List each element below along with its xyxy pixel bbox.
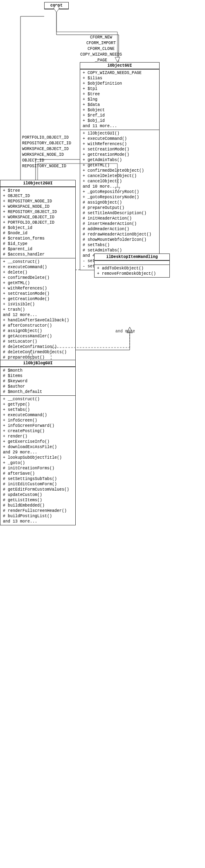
method-line: + setCreationMode()	[83, 147, 157, 152]
method-line: + lookupSubObjectTitle()	[3, 455, 73, 460]
ilDesktopItemHandling-title: ilDesktopItemHandling	[95, 254, 169, 260]
method-line: and 29 more...	[3, 450, 73, 455]
method-line: + getCreationMode()	[83, 152, 157, 157]
svg-text:and more: and more	[115, 329, 135, 334]
method-line: + confirmedDelete()	[3, 275, 73, 280]
iObjectGUI-properties: + COPY_WIZARD_NEEDS_PAGE + $ilias + $obj…	[80, 69, 159, 130]
prop-line: + $ilias	[83, 76, 157, 81]
method-line: # setSettingsSubTabs()	[3, 476, 73, 482]
prop-line: # $access_handler	[3, 252, 73, 257]
method-line: + createPosting()	[3, 428, 73, 434]
const-label-line: PORTFOLIO_OBJECT_ID	[22, 135, 71, 141]
const-label-line: CFORM_CLONE	[80, 46, 122, 52]
prop-line: # $id_type	[3, 241, 73, 247]
method-line: # showMountWebfolderIcon()	[83, 237, 157, 242]
prop-line: # $parent_id	[3, 247, 73, 252]
prop-line: + $data	[83, 102, 157, 108]
method-line: + cancelDeleteObject()	[83, 173, 157, 179]
method-line: # initEditCustomForm()	[3, 482, 73, 487]
prop-line: + $lng	[83, 97, 157, 102]
prop-line: + $obj_id	[83, 118, 157, 123]
const-labels: CFORM_NEW CFORM_IMPORT CFORM_CLONE COPY_…	[80, 35, 122, 63]
method-line: # afterSave()	[3, 471, 73, 476]
method-line: # initHeaderAction()	[83, 216, 157, 221]
method-line: + delete()	[3, 270, 73, 275]
iObjectGUI-title: iObjectGUI	[80, 63, 159, 69]
const-label-line: COPY_WIZARD_NEEDS	[80, 52, 122, 58]
method-line: + infoScreenForward()	[3, 423, 73, 428]
prop-line: + $tpl	[83, 86, 157, 92]
method-line: + executeCommand()	[3, 413, 73, 418]
const-label-line: REPOSITORY_NODE_ID	[22, 164, 71, 169]
method-line: + handleAfterSaveCallback()	[3, 318, 73, 323]
method-line: # setLocator()	[3, 339, 73, 344]
iObjectGUI-box: iObjectGUI + COPY_WIZARD_NEEDS_PAGE + $i…	[80, 62, 160, 270]
prop-line: + PORTFOLIO_OBJECT_ID	[3, 220, 73, 225]
method-line: + cancelObject()	[83, 179, 157, 184]
method-line: # getAccessHandler()	[3, 334, 73, 339]
method-line: + getCreationMode()	[3, 296, 73, 302]
method-line: # redrawHeaderActionObject()	[83, 232, 157, 237]
prop-line: # $object_id	[3, 225, 73, 231]
method-line: + getAdminTabs()	[83, 157, 157, 163]
method-line: # deleteConfirmedObjects()	[3, 350, 73, 355]
ilObjBlogGUI-properties: # $month # $items # $keyword # $author #…	[0, 367, 75, 395]
method-line: + setCreationMode()	[3, 291, 73, 296]
const-title: const	[45, 2, 68, 9]
prop-line: + WORKSPACE_NODE_ID	[3, 204, 73, 209]
method-line: + getExerciseInfo()	[3, 439, 73, 444]
method-line: # setTabs()	[83, 242, 157, 248]
method-line: and 13 more...	[3, 519, 73, 524]
ilDesktopItemHandling-spacer	[95, 260, 169, 265]
prop-line: # $keyword	[3, 379, 73, 384]
prop-line: # $node_id	[3, 231, 73, 236]
method-line: + isVisible()	[3, 302, 73, 307]
prop-line: + WORKSPACE_OBJECT_ID	[3, 215, 73, 220]
method-line: # setAdminTabs()	[83, 248, 157, 253]
const-label-line: CFORM_IMPORT	[80, 40, 122, 46]
prop-line: # $month_default	[3, 389, 73, 395]
portfolio-constants-label: PORTFOLIO_OBJECT_ID REPOSITORY_OBJECT_ID…	[22, 135, 71, 169]
method-line: # buildEmbedded()	[3, 503, 73, 508]
ilObject2GUI-box: ilObject2GUI + $tree + OBJECT_ID + REPOS…	[0, 180, 76, 388]
method-line: + setTabs()	[3, 407, 73, 413]
method-line: + getType()	[3, 402, 73, 407]
prop-line: # $items	[3, 373, 73, 379]
method-line: + __construct()	[3, 397, 73, 402]
method-line: + downloadExcAssFile()	[3, 444, 73, 450]
prop-line: + $tree	[3, 188, 73, 193]
method-line: + _goto()	[3, 460, 73, 466]
method-line: # insertHeaderAction()	[83, 221, 157, 227]
method-line: + _gotoRepositoryRoot()	[83, 189, 157, 195]
iObjectGUI-methods: + ilObjectGUI() + executeCommand() + wit…	[80, 130, 159, 270]
method-line: # updateCustom()	[3, 492, 73, 498]
ilObject2GUI-properties: + $tree + OBJECT_ID + REPOSITORY_NODE_ID…	[0, 187, 75, 258]
prop-line: + COPY_WIZARD_NEEDS_PAGE	[83, 70, 157, 76]
method-line: + withReferences()	[83, 141, 157, 147]
svg-marker-18	[127, 327, 133, 333]
const-label-line: CFORM_NEW	[80, 35, 122, 40]
method-line: # initCreationForms()	[3, 466, 73, 471]
method-line: + _gotoRepositoryNode()	[83, 195, 157, 200]
prop-line: + $ref_id	[83, 113, 157, 118]
prop-line: # $month	[3, 368, 73, 373]
method-line: + executeCommand()	[83, 136, 157, 141]
prop-line: + $tree	[83, 92, 157, 97]
method-line: + withReferences()	[3, 286, 73, 291]
method-line: + removeFromDeskObject()	[97, 271, 167, 276]
method-line: + confirmedDeleteObject()	[83, 168, 157, 173]
method-line: + infoScreen()	[3, 418, 73, 423]
const-label-line: WORKSPACE_NODE_ID	[22, 152, 71, 158]
method-line: # assignObject()	[3, 328, 73, 334]
method-line: and 12 more...	[3, 312, 73, 318]
const-box: const	[44, 2, 69, 9]
method-line: # assignObject()	[83, 200, 157, 205]
prop-line: + $object	[83, 108, 157, 113]
const-label-line: REPOSITORY_OBJECT_ID	[22, 141, 71, 146]
method-line: + executeCommand()	[3, 265, 73, 270]
method-line: # getListItems()	[3, 498, 73, 503]
prop-line: + REPOSITORY_NODE_ID	[3, 199, 73, 204]
ilObjBlogGUI-box: ilObjBlogGUI # $month # $items # $keywor…	[0, 360, 76, 525]
const-label-line: OBJECT_ID	[22, 158, 71, 164]
method-line: # getEditFormCustomValues()	[3, 487, 73, 492]
